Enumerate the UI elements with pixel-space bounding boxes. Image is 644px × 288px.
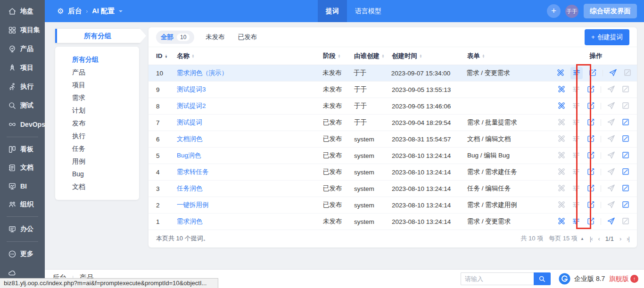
- groups-panel-header[interactable]: 所有分组: [55, 29, 140, 43]
- execute-prompt-button[interactable]: [570, 67, 583, 79]
- sidebar-item-infinity[interactable]: DevOps: [0, 115, 45, 134]
- sidebar-item-magnifier[interactable]: 测试: [0, 96, 45, 115]
- try-prompt-button[interactable]: [557, 217, 566, 226]
- column-header-name[interactable]: 名称▲▼: [177, 52, 323, 60]
- main-sidebar: 地盘项目集产品项目执行测试DevOps看板文档BI组织办公更多: [0, 0, 45, 288]
- create-prompt-label: 创建提词: [597, 33, 623, 41]
- edit-prompt-button[interactable]: [586, 217, 595, 226]
- filter-tab[interactable]: 已发布: [238, 33, 257, 41]
- prompt-name-link[interactable]: 测试提词: [177, 119, 202, 126]
- filter-tab[interactable]: 未发布: [206, 33, 225, 41]
- breadcrumb-root[interactable]: 后台: [68, 7, 82, 16]
- topbar-tab-inactive[interactable]: 语言模型: [347, 0, 389, 22]
- edit-prompt-button[interactable]: [586, 118, 595, 127]
- prompt-name-link[interactable]: 需求润色: [177, 218, 202, 225]
- group-item[interactable]: Bug: [55, 168, 139, 181]
- sidebar-item-org[interactable]: 组织: [0, 195, 45, 214]
- sidebar-item-grid[interactable]: 项目集: [0, 21, 45, 40]
- sidebar-item-home[interactable]: 地盘: [0, 2, 45, 21]
- zentao-logo-icon[interactable]: [559, 273, 570, 285]
- group-item[interactable]: 项目: [55, 79, 139, 91]
- sidebar-item-office[interactable]: 办公: [0, 220, 45, 239]
- unpublish-prompt-button[interactable]: [621, 184, 630, 193]
- sidebar-item-more[interactable]: 更多: [0, 245, 45, 263]
- sidebar-item-runner[interactable]: 执行: [0, 77, 45, 96]
- group-item[interactable]: 任务: [55, 142, 139, 155]
- create-prompt-button[interactable]: +创建提词: [585, 29, 629, 45]
- edit-prompt-button[interactable]: [586, 167, 595, 177]
- group-item[interactable]: 需求: [55, 91, 139, 104]
- column-header-stage[interactable]: 阶段▲▼: [323, 52, 354, 60]
- prompt-name-link[interactable]: 一键拆用例: [177, 201, 209, 208]
- publish-prompt-button: [606, 85, 616, 94]
- avatar[interactable]: 于于: [565, 5, 578, 18]
- breadcrumb-current[interactable]: AI 配置: [92, 7, 115, 16]
- group-item[interactable]: 发布: [55, 117, 139, 130]
- execute-prompt-button[interactable]: [571, 217, 581, 226]
- prompt-name-link[interactable]: 需求转任务: [177, 168, 209, 175]
- prompt-name-link[interactable]: 需求润色（演示）: [177, 69, 228, 76]
- cell-stage: 已发布: [323, 118, 354, 127]
- cell-id: 9: [149, 86, 177, 93]
- sidebar-item-product[interactable]: 产品: [0, 40, 45, 58]
- column-header-form[interactable]: 表单▲▼: [467, 52, 555, 60]
- prompt-name-link[interactable]: 文档润色: [177, 135, 202, 142]
- unpublish-prompt-button[interactable]: [621, 118, 630, 127]
- cell-name: 需求润色: [177, 217, 323, 226]
- sidebar-item-bi[interactable]: BI: [0, 177, 45, 195]
- group-item[interactable]: 计划: [55, 104, 139, 117]
- column-header-creator[interactable]: 由谁创建▲▼: [354, 52, 392, 60]
- group-item[interactable]: 用例: [55, 155, 139, 168]
- edit-prompt-button[interactable]: [586, 151, 595, 160]
- topbar-tab-active[interactable]: 提词: [318, 0, 347, 22]
- group-item[interactable]: 所有分组: [55, 53, 139, 66]
- first-page-button[interactable]: |‹: [590, 235, 593, 242]
- cell-creator: 于于: [354, 102, 392, 110]
- search-button[interactable]: [534, 272, 551, 285]
- cell-name: Bug润色: [177, 151, 323, 160]
- edit-prompt-button[interactable]: [586, 134, 595, 144]
- cell-id: 6: [149, 136, 177, 143]
- try-prompt-button[interactable]: [557, 85, 566, 94]
- last-page-button[interactable]: ›|: [627, 235, 629, 242]
- next-page-button[interactable]: ›: [619, 235, 621, 242]
- unpublish-prompt-button[interactable]: [621, 151, 630, 160]
- edit-prompt-button[interactable]: [586, 85, 595, 94]
- publish-prompt-button[interactable]: [608, 68, 618, 78]
- prompt-name-link[interactable]: Bug润色: [177, 152, 201, 159]
- prompt-name-link[interactable]: 测试提词2: [177, 102, 206, 109]
- column-header-created[interactable]: 创建时间▲▼: [392, 52, 467, 60]
- try-prompt-button[interactable]: [556, 68, 565, 78]
- column-label: 操作: [590, 52, 603, 59]
- edit-prompt-button[interactable]: [586, 200, 595, 210]
- filter-tab[interactable]: 全部10: [156, 31, 194, 44]
- upgrade-link[interactable]: 旗舰版: [609, 275, 629, 283]
- edit-prompt-button[interactable]: [586, 184, 595, 193]
- edit-prompt-button[interactable]: [588, 68, 597, 78]
- unpublish-prompt-button[interactable]: [621, 134, 630, 144]
- edit-prompt-button[interactable]: [586, 101, 595, 111]
- unpublish-prompt-button[interactable]: [621, 167, 630, 177]
- prev-page-button[interactable]: ‹: [598, 235, 600, 242]
- search-input[interactable]: [461, 272, 534, 285]
- workspace-switch-button[interactable]: 综合研发界面: [584, 4, 637, 18]
- prompt-name-link[interactable]: 测试提词3: [177, 86, 206, 93]
- group-item[interactable]: 执行: [55, 130, 139, 142]
- publish-prompt-button[interactable]: [606, 217, 616, 226]
- prompt-name-link[interactable]: 任务润色: [177, 185, 202, 192]
- group-item[interactable]: 文档: [55, 181, 139, 193]
- column-header-id[interactable]: ID▲▼: [149, 52, 177, 59]
- sort-icon: ▲▼: [191, 54, 195, 58]
- chevron-down-icon[interactable]: [119, 10, 123, 14]
- try-prompt-button[interactable]: [557, 101, 566, 111]
- sort-icon: ▲▼: [419, 54, 422, 58]
- upgrade-arrow-icon[interactable]: ↑: [630, 275, 638, 283]
- sidebar-item-doc[interactable]: 文档: [0, 158, 45, 177]
- table-row: 2一键拆用例已发布system2023-08-10 13:24:14需求 / 需…: [149, 197, 637, 214]
- sidebar-item-kanban[interactable]: 看板: [0, 140, 45, 158]
- sidebar-item-rocket[interactable]: 项目: [0, 58, 45, 77]
- quick-create-button[interactable]: +: [547, 4, 561, 18]
- group-item[interactable]: 产品: [55, 66, 139, 79]
- page-size-select[interactable]: 每页 15 项: [549, 234, 578, 243]
- unpublish-prompt-button[interactable]: [621, 200, 630, 210]
